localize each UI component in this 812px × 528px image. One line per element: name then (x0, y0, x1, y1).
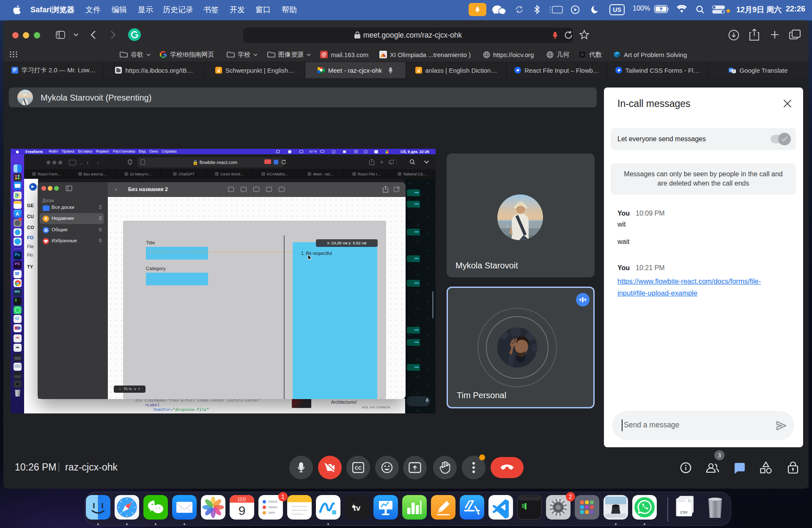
svg-text:d: d (217, 68, 220, 74)
svg-text:12月: 12月 (237, 497, 246, 502)
svg-text:9: 9 (239, 503, 246, 517)
svg-text:tv: tv (354, 503, 361, 512)
svg-text:CSV: CSV (680, 510, 688, 514)
svg-text:$▌: $▌ (521, 503, 528, 509)
svg-text:CC: CC (355, 465, 362, 471)
svg-text:d: d (417, 68, 420, 74)
svg-text:文: 文 (732, 69, 735, 73)
